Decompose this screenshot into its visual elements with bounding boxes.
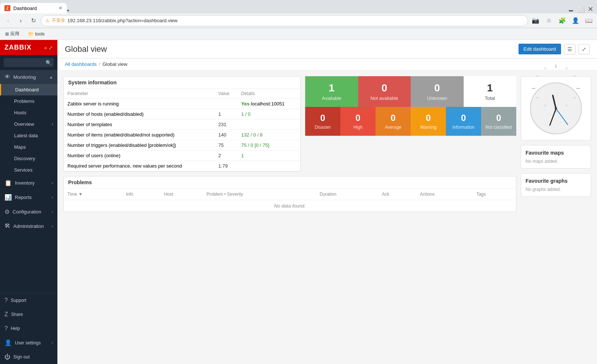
sidebar-item-support[interactable]: ? Support xyxy=(0,293,57,307)
fullscreen-button[interactable]: ⤢ xyxy=(578,44,590,54)
tab-title: Dashboard xyxy=(13,6,37,11)
param-cell: Number of items (enabled/disabled/not su… xyxy=(64,130,215,140)
browser-tab-active[interactable]: Z Dashboard × xyxy=(0,3,67,13)
sidebar-item-services[interactable]: Services xyxy=(0,164,57,176)
availability-block: 0Unknown xyxy=(411,76,464,107)
sidebar-item-configuration[interactable]: ⚙ Configuration › xyxy=(0,205,57,219)
tab-close-button[interactable]: × xyxy=(59,5,62,11)
severity-block: 0High xyxy=(340,107,376,136)
new-tab-button[interactable]: + xyxy=(67,8,70,13)
sidebar-item-discovery[interactable]: Discovery xyxy=(0,153,57,164)
list-view-button[interactable]: ☰ xyxy=(564,44,576,54)
latest-data-label: Latest data xyxy=(14,133,38,138)
breadcrumb-separator: / xyxy=(99,61,100,67)
browser-nav-bar: ‹ › ↻ ⚠ 不安全 192.168.23.116/zabbix.php?ac… xyxy=(0,13,597,28)
profile-button[interactable]: 👤 xyxy=(570,16,581,26)
sidebar-item-dashboard[interactable]: Dashboard xyxy=(0,84,57,95)
security-indicator: ⚠ xyxy=(46,18,50,23)
sev-label: Not classified xyxy=(486,125,512,130)
sidebar-item-help[interactable]: ? Help xyxy=(0,321,57,336)
detail-cell: 132 / 0 / 8 xyxy=(237,130,300,140)
system-info-widget: System information Parameter Value Detai… xyxy=(63,76,301,172)
main-content: Global view Edit dashboard ☰ ⤢ All dashb… xyxy=(57,40,597,364)
help-label: Help xyxy=(11,326,53,331)
inventory-label: Inventory xyxy=(15,180,49,186)
favourite-graphs-empty: No graphs added. xyxy=(526,187,586,192)
close-button[interactable]: ✕ xyxy=(588,5,593,13)
bookmark-apps[interactable]: ⊞ 应用 xyxy=(3,30,21,38)
restore-button[interactable]: ⬜ xyxy=(577,6,585,13)
bookmark-tools[interactable]: 📁 tools xyxy=(26,31,47,37)
problems-column-header[interactable]: Time ▼ xyxy=(64,189,122,200)
edit-dashboard-button[interactable]: Edit dashboard xyxy=(518,44,561,54)
collapse-icon[interactable]: « xyxy=(44,45,47,51)
table-row: Number of templates231 xyxy=(64,119,300,130)
avail-label: Not available xyxy=(370,95,398,101)
back-button[interactable]: ‹ xyxy=(3,16,13,26)
availability-block: 0Not available xyxy=(358,76,411,107)
overview-label: Overview xyxy=(14,121,34,127)
user-settings-label: User settings xyxy=(15,340,49,346)
sidebar-item-overview[interactable]: Overview › xyxy=(0,118,57,130)
expand-icon[interactable]: ⤢ xyxy=(49,45,53,51)
help-icon: ? xyxy=(4,325,8,332)
sidebar-item-latest-data[interactable]: Latest data xyxy=(0,130,57,141)
param-cell: Number of hosts (enabled/disabled) xyxy=(64,109,215,119)
value-cell: 1.79 xyxy=(215,161,238,171)
refresh-button[interactable]: ↻ xyxy=(28,16,39,26)
table-row: Number of hosts (enabled/disabled)11 / 0 xyxy=(64,109,300,119)
extensions-button[interactable]: 🧩 xyxy=(557,16,567,26)
sidebar-item-reports[interactable]: 📊 Reports › xyxy=(0,190,57,205)
clock-widget xyxy=(521,76,591,141)
favourite-graphs-title: Favourite graphs xyxy=(526,178,586,184)
table-row: Number of users (online)21 xyxy=(64,151,300,161)
favourite-maps-empty: No maps added. xyxy=(526,159,586,164)
breadcrumb-parent-link[interactable]: All dashboards xyxy=(65,61,97,67)
problems-label: Problems xyxy=(14,98,34,104)
reader-mode-button[interactable]: 📖 xyxy=(584,16,594,26)
reports-label: Reports xyxy=(15,195,49,200)
value-cell: 1 xyxy=(215,109,238,119)
signout-label: Sign out xyxy=(13,354,53,360)
sidebar-item-user-settings[interactable]: 👤 User settings › xyxy=(0,336,57,350)
inventory-arrow: › xyxy=(52,181,53,185)
configuration-label: Configuration xyxy=(13,209,49,215)
screenshot-button[interactable]: 📷 xyxy=(530,16,541,26)
problems-column-header: Ack xyxy=(378,189,416,200)
sidebar-item-maps[interactable]: Maps xyxy=(0,141,57,153)
sev-num: 0 xyxy=(461,113,466,123)
tab-bar: Z Dashboard × + 🗕 ⬜ ✕ xyxy=(0,0,597,13)
sidebar-item-share[interactable]: Z Share xyxy=(0,307,57,321)
bookmark-button[interactable]: ☆ xyxy=(544,16,554,26)
severity-block: 0Information xyxy=(446,107,481,136)
minimize-button[interactable]: 🗕 xyxy=(568,6,574,13)
detail-cell xyxy=(237,161,300,171)
address-bar[interactable]: ⚠ 不安全 192.168.23.116/zabbix.php?action=d… xyxy=(41,15,528,26)
clock-face xyxy=(530,82,582,134)
security-text: 不安全 xyxy=(52,17,65,24)
configuration-icon: ⚙ xyxy=(4,208,10,215)
avail-label: Available xyxy=(322,95,341,101)
forward-button[interactable]: › xyxy=(16,16,26,26)
availability-severity-col: 1Available0Not available0Unknown1Total 0… xyxy=(305,76,516,172)
top-bar: Global view Edit dashboard ☰ ⤢ xyxy=(57,40,597,58)
browser-chrome: Z Dashboard × + 🗕 ⬜ ✕ ‹ › ↻ ⚠ 不安全 192.16… xyxy=(0,0,597,40)
sidebar-item-administration[interactable]: 🛠 Administration › xyxy=(0,219,57,233)
user-settings-arrow: › xyxy=(52,341,53,345)
apps-label: 应用 xyxy=(10,31,19,37)
top-widgets-row: System information Parameter Value Detai… xyxy=(63,76,516,172)
sidebar-item-monitoring[interactable]: 👁 Monitoring ▲ xyxy=(0,70,57,84)
sidebar-item-signout[interactable]: ⏻ Sign out xyxy=(0,350,57,364)
table-row: Required server performance, new values … xyxy=(64,161,300,171)
favourite-maps-widget: Favourite maps No maps added. xyxy=(521,145,591,169)
sidebar-item-inventory[interactable]: 📋 Inventory › xyxy=(0,176,57,190)
support-icon: ? xyxy=(4,297,8,304)
table-row: Zabbix server is runningYes localhost:10… xyxy=(64,99,300,109)
col-value: Value xyxy=(215,89,238,99)
logo-text: ZABBIX xyxy=(4,44,31,51)
administration-label: Administration xyxy=(13,223,49,229)
sidebar-item-hosts[interactable]: Hosts xyxy=(0,107,57,118)
sidebar-item-problems[interactable]: Problems xyxy=(0,95,57,107)
problems-widget: Problems Time ▼InfoHostProblem • Severit… xyxy=(63,176,516,212)
sev-num: 0 xyxy=(320,113,325,123)
